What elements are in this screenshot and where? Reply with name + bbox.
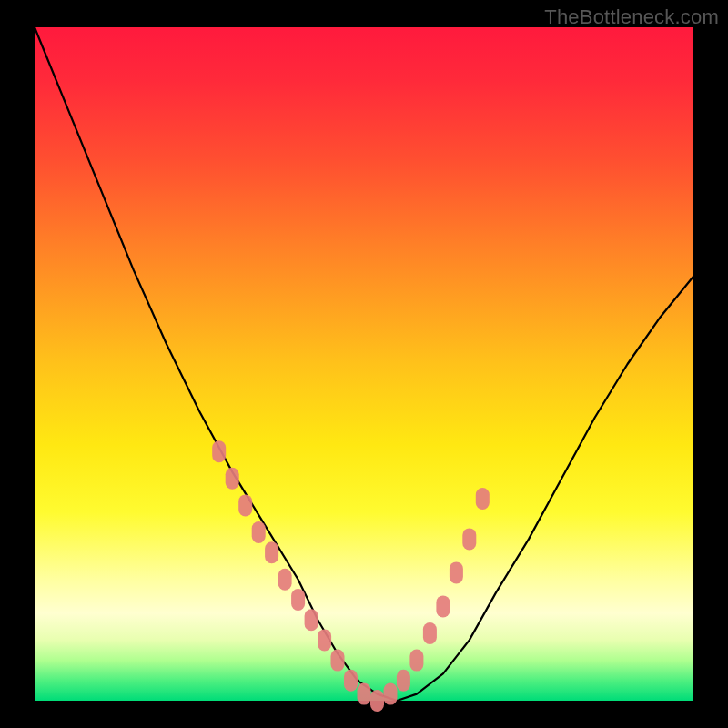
sample-point bbox=[476, 488, 490, 510]
bottleneck-chart bbox=[0, 0, 728, 728]
sample-point bbox=[358, 683, 371, 705]
sample-point bbox=[462, 528, 476, 550]
watermark-text: TheBottleneck.com bbox=[544, 5, 719, 29]
sample-point bbox=[410, 650, 423, 672]
sample-point bbox=[238, 494, 252, 516]
sample-point bbox=[397, 670, 410, 692]
sample-point bbox=[423, 622, 437, 644]
sample-point bbox=[370, 690, 384, 712]
sample-point bbox=[252, 521, 266, 543]
chart-container: TheBottleneck.com bbox=[0, 0, 728, 728]
sample-point bbox=[265, 541, 278, 563]
sample-point bbox=[318, 629, 331, 651]
sample-point bbox=[278, 569, 292, 591]
sample-point bbox=[331, 650, 345, 672]
sample-point bbox=[291, 589, 305, 611]
sample-point bbox=[344, 670, 358, 692]
sample-point bbox=[305, 609, 318, 631]
sample-point bbox=[384, 683, 398, 705]
sample-point bbox=[436, 595, 450, 617]
chart-plot-background bbox=[35, 27, 693, 701]
sample-point bbox=[450, 561, 463, 583]
sample-point bbox=[212, 440, 226, 462]
sample-point bbox=[226, 468, 239, 490]
